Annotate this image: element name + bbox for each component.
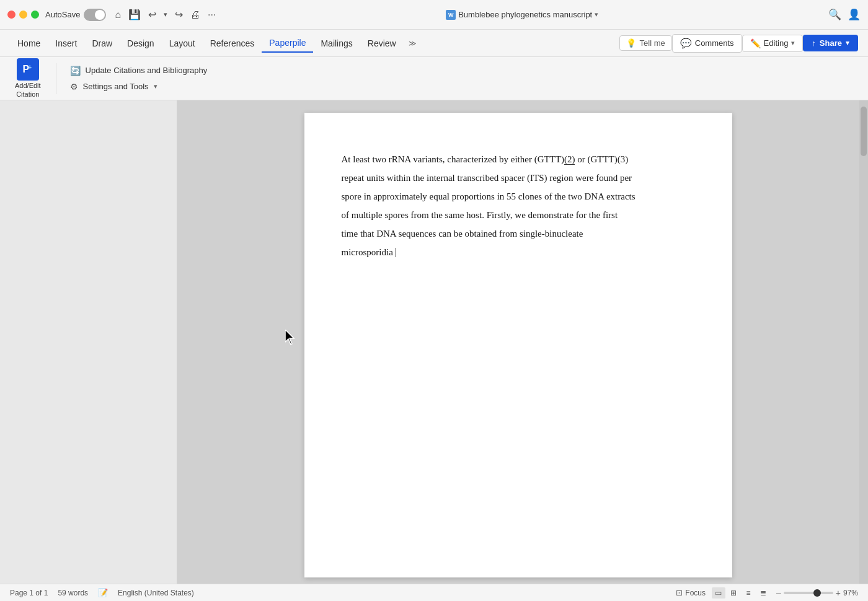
main-area: At least two rRNA variants, characterize… bbox=[0, 100, 868, 584]
share-chevron-icon: ▾ bbox=[846, 39, 849, 47]
title-bar-right: 🔍 👤 bbox=[828, 8, 861, 21]
status-bar-right: ⊡ Focus ▭ ⊞ ≡ ≣ – + 97% bbox=[676, 587, 858, 599]
page-view-button[interactable]: ▭ bbox=[712, 587, 725, 599]
doc-paragraph-6: microsporidia bbox=[342, 243, 695, 261]
ribbon-divider bbox=[56, 63, 56, 94]
menu-design[interactable]: Design bbox=[120, 35, 162, 52]
autosave-group: AutoSave bbox=[45, 9, 106, 21]
settings-tools-button[interactable]: ⚙ Settings and Tools ▾ bbox=[66, 81, 211, 93]
maximize-button[interactable] bbox=[31, 11, 39, 19]
svg-marker-0 bbox=[285, 330, 294, 344]
settings-tools-label: Settings and Tools bbox=[83, 82, 149, 91]
editing-label: Editing bbox=[764, 38, 789, 48]
title-bar: AutoSave ⌂ 💾 ↩ ▾ ↪ 🖨 ··· W Bumblebee phy… bbox=[0, 0, 868, 30]
autosave-label: AutoSave bbox=[45, 10, 80, 19]
menu-paperpile[interactable]: Paperpile bbox=[262, 34, 313, 53]
doc-paragraph-2: repeat units within the internal transcr… bbox=[342, 169, 695, 187]
document-title-chevron[interactable]: ▾ bbox=[595, 11, 598, 19]
document-page[interactable]: At least two rRNA variants, characterize… bbox=[304, 113, 732, 577]
refresh-icon: 🔄 bbox=[70, 66, 81, 76]
lightbulb-icon: 💡 bbox=[626, 38, 636, 48]
home-icon[interactable]: ⌂ bbox=[115, 9, 121, 20]
outline-view-button[interactable]: ≡ bbox=[742, 587, 755, 599]
menu-draw[interactable]: Draw bbox=[84, 35, 120, 52]
citation-2: (2) bbox=[564, 154, 575, 165]
gear-icon: ⚙ bbox=[70, 82, 78, 92]
titlebar-icons: ⌂ 💾 ↩ ▾ ↪ 🖨 ··· bbox=[115, 9, 216, 20]
menu-more-icon[interactable]: ≫ bbox=[404, 35, 422, 51]
tell-me-label: Tell me bbox=[640, 38, 665, 48]
search-icon[interactable]: 🔍 bbox=[828, 8, 841, 21]
doc-paragraph: At least two rRNA variants, characterize… bbox=[342, 150, 695, 169]
scrollbar[interactable] bbox=[859, 100, 868, 584]
view-buttons: ▭ ⊞ ≡ ≣ bbox=[712, 587, 770, 599]
editing-button[interactable]: ✏️ Editing ▾ bbox=[742, 35, 804, 52]
close-button[interactable] bbox=[7, 11, 16, 19]
print-icon[interactable]: 🖨 bbox=[190, 9, 200, 20]
zoom-in-button[interactable]: + bbox=[836, 588, 841, 598]
language-info[interactable]: English (United States) bbox=[118, 589, 194, 597]
doc-paragraph-4: of multiple spores from the same host. F… bbox=[342, 206, 695, 224]
comments-button[interactable]: 💬 Comments bbox=[672, 34, 742, 53]
focus-icon: ⊡ bbox=[676, 588, 683, 597]
undo-dropdown-icon[interactable]: ▾ bbox=[164, 11, 167, 19]
add-citation-label: Add/Edit Citation bbox=[15, 82, 41, 98]
add-edit-citation-button[interactable]: P + Add/Edit Citation bbox=[10, 56, 46, 100]
zoom-slider[interactable] bbox=[784, 592, 833, 594]
share-label: Share bbox=[820, 38, 842, 48]
update-citations-button[interactable]: 🔄 Update Citations and Bibliography bbox=[66, 64, 211, 77]
document-area[interactable]: At least two rRNA variants, characterize… bbox=[177, 100, 859, 584]
menu-bar: Home Insert Draw Design Layout Reference… bbox=[0, 30, 868, 57]
menu-mailings[interactable]: Mailings bbox=[313, 35, 360, 52]
focus-label: Focus bbox=[685, 589, 706, 597]
word-count: 59 words bbox=[58, 589, 88, 597]
share-icon: ↑ bbox=[812, 38, 816, 48]
save-icon[interactable]: 💾 bbox=[128, 9, 141, 20]
pencil-icon: ✏️ bbox=[750, 38, 761, 48]
menu-home[interactable]: Home bbox=[10, 35, 48, 52]
ribbon-actions: 🔄 Update Citations and Bibliography ⚙ Se… bbox=[66, 64, 211, 93]
tell-me-button[interactable]: 💡 Tell me bbox=[619, 35, 672, 51]
status-bar: Page 1 of 1 59 words 📝 English (United S… bbox=[0, 584, 868, 601]
share-button[interactable]: ↑ Share ▾ bbox=[803, 35, 858, 51]
editing-chevron-icon: ▾ bbox=[791, 39, 795, 47]
document-title[interactable]: Bumblebee phylogenetics manuscript bbox=[458, 10, 592, 19]
traffic-lights bbox=[7, 11, 39, 19]
doc-paragraph-5: time that DNA sequences can be obtained … bbox=[342, 224, 695, 243]
paperpile-logo: P + bbox=[17, 58, 39, 81]
mouse-cursor bbox=[285, 330, 298, 348]
comments-icon: 💬 bbox=[680, 38, 692, 49]
doc-paragraph-3: spore in approximately equal proportions… bbox=[342, 187, 695, 206]
redo-icon[interactable]: ↪ bbox=[175, 9, 183, 20]
proofing-icon[interactable]: 📝 bbox=[98, 588, 108, 597]
comments-label: Comments bbox=[695, 38, 734, 48]
text-cursor bbox=[396, 248, 396, 257]
menu-review[interactable]: Review bbox=[360, 35, 404, 52]
menu-insert[interactable]: Insert bbox=[48, 35, 84, 52]
ribbon: P + Add/Edit Citation 🔄 Update Citations… bbox=[0, 57, 868, 100]
more-icon[interactable]: ··· bbox=[208, 9, 216, 20]
menu-layout[interactable]: Layout bbox=[162, 35, 203, 52]
menu-references[interactable]: References bbox=[203, 35, 262, 52]
document-text[interactable]: At least two rRNA variants, characterize… bbox=[342, 150, 695, 261]
zoom-level: 97% bbox=[843, 589, 858, 597]
draft-view-button[interactable]: ≣ bbox=[756, 587, 770, 599]
scrollbar-thumb[interactable] bbox=[861, 107, 867, 156]
autosave-toggle[interactable] bbox=[84, 9, 106, 21]
web-view-button[interactable]: ⊞ bbox=[727, 587, 740, 599]
page-info: Page 1 of 1 bbox=[10, 589, 48, 597]
settings-chevron-icon: ▾ bbox=[154, 82, 157, 90]
undo-icon[interactable]: ↩ bbox=[148, 9, 156, 20]
focus-button[interactable]: ⊡ Focus bbox=[676, 588, 706, 597]
document-title-area: W Bumblebee phylogenetics manuscript ▾ bbox=[222, 10, 822, 20]
people-icon[interactable]: 👤 bbox=[848, 8, 861, 21]
zoom-slider-thumb[interactable] bbox=[813, 589, 821, 597]
zoom-control: – + 97% bbox=[776, 588, 858, 598]
doc-icon: W bbox=[446, 10, 456, 20]
sidebar bbox=[0, 100, 177, 584]
zoom-out-button[interactable]: – bbox=[776, 588, 781, 598]
minimize-button[interactable] bbox=[19, 11, 27, 19]
update-citations-label: Update Citations and Bibliography bbox=[86, 66, 208, 75]
